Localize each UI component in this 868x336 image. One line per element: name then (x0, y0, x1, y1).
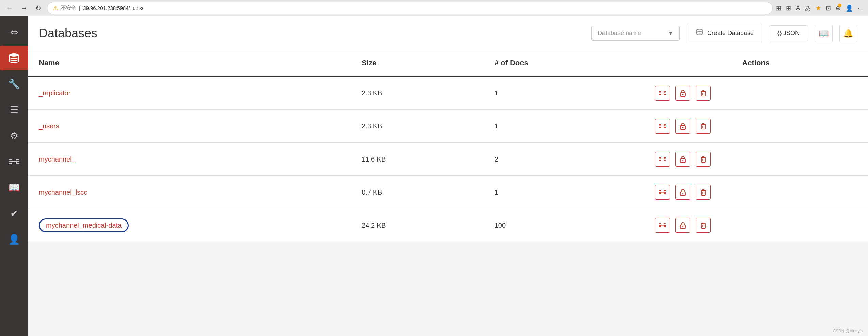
refresh-button[interactable]: ↻ (33, 3, 44, 14)
bookmark-star-icon[interactable]: ★ (816, 4, 821, 12)
svg-rect-56 (664, 193, 666, 194)
warning-icon: ⚠ (53, 4, 58, 12)
svg-rect-10 (659, 91, 661, 92)
svg-rect-63 (659, 225, 661, 226)
databases-table: Name Size # of Docs Actions _replicator2… (28, 50, 868, 242)
svg-rect-25 (659, 127, 661, 128)
watermark: CSDN @Viney's (833, 329, 863, 333)
svg-rect-36 (659, 157, 661, 158)
svg-rect-30 (664, 127, 666, 128)
svg-rect-11 (659, 93, 661, 94)
delete-button[interactable] (696, 152, 711, 167)
svg-rect-59 (701, 191, 705, 195)
svg-rect-50 (659, 192, 661, 193)
svg-rect-55 (664, 192, 666, 193)
db-docs-cell: 1 (484, 176, 644, 209)
sidebar-item-user[interactable]: 👤 (0, 227, 28, 251)
lock-button[interactable] (675, 119, 690, 134)
replicate-button[interactable] (655, 119, 670, 134)
delete-button[interactable] (696, 86, 711, 101)
db-name-link-circled[interactable]: mychannel_medical-data (39, 218, 129, 232)
lock-button[interactable] (675, 86, 690, 101)
svg-rect-54 (664, 190, 666, 191)
svg-rect-64 (659, 226, 661, 227)
svg-rect-7 (16, 161, 19, 162)
svg-point-32 (682, 127, 683, 128)
table-row: mychannel_lscc0.7 KB1 (28, 176, 868, 209)
database-icon (695, 28, 704, 39)
profile-icon[interactable]: 👤 (846, 4, 853, 12)
svg-rect-20 (701, 92, 705, 96)
db-docs-cell: 1 (484, 110, 644, 143)
svg-rect-3 (9, 163, 12, 164)
svg-rect-29 (664, 126, 666, 127)
translate-icon[interactable]: あ (805, 4, 811, 12)
table-row: mychannel_medical-data24.2 KB100 (28, 209, 868, 242)
col-name: Name (28, 50, 351, 76)
db-name-link[interactable]: _replicator (39, 89, 70, 97)
sidebar-item-replicator[interactable] (0, 149, 28, 174)
replicate-button[interactable] (655, 86, 670, 101)
delete-button[interactable] (696, 119, 711, 134)
sidebar-item-book[interactable]: 📖 (0, 175, 28, 200)
sidebar-item-gear[interactable]: ⚙ (0, 123, 28, 148)
svg-rect-46 (701, 158, 705, 162)
svg-rect-38 (659, 160, 661, 161)
apps-icon[interactable]: ⊞ (786, 4, 791, 12)
cast-icon[interactable]: ⊡ (826, 4, 831, 12)
svg-rect-28 (664, 124, 666, 125)
delete-button[interactable] (696, 185, 711, 200)
sidebar-item-list[interactable]: ☰ (0, 97, 28, 122)
replicate-button[interactable] (655, 185, 670, 200)
replicate-button[interactable] (655, 152, 670, 167)
db-docs-cell: 1 (484, 76, 644, 110)
delete-button[interactable] (696, 218, 711, 233)
sidebar-item-check[interactable]: ✔ (0, 201, 28, 226)
db-name-cell: _replicator (28, 76, 351, 110)
table-row: mychannel_11.6 KB2 (28, 143, 868, 176)
db-size-cell: 11.6 KB (351, 143, 483, 176)
db-name-link[interactable]: mychannel_lscc (39, 188, 87, 196)
table-row: _users2.3 KB1 (28, 110, 868, 143)
notifications-button[interactable]: 🔔 (839, 25, 857, 42)
svg-rect-72 (701, 224, 705, 228)
book-icon: 📖 (819, 29, 829, 38)
svg-rect-69 (664, 226, 666, 227)
lock-button[interactable] (675, 218, 690, 233)
dropdown-arrow-icon: ▼ (668, 30, 673, 36)
extensions-icon[interactable]: ⊕ (836, 4, 841, 12)
lock-button[interactable] (675, 152, 690, 167)
lock-button[interactable] (675, 185, 690, 200)
docs-button[interactable]: 📖 (815, 25, 833, 42)
svg-rect-37 (659, 159, 661, 160)
replicate-button[interactable] (655, 218, 670, 233)
back-button[interactable]: ← (4, 3, 15, 14)
db-actions-cell (644, 110, 868, 143)
db-name-dropdown[interactable]: Database name ▼ (591, 26, 680, 41)
create-database-button[interactable]: Create Database (687, 24, 762, 43)
svg-rect-41 (664, 157, 666, 158)
db-actions-cell (644, 176, 868, 209)
db-actions-cell (644, 76, 868, 110)
url-bar[interactable]: ⚠ 不安全 | 39.96.201.238:5984/_utils/ (47, 2, 773, 14)
table-header-row: Name Size # of Docs Actions (28, 50, 868, 76)
browser-toolbar: ← → ↻ ⚠ 不安全 | 39.96.201.238:5984/_utils/… (0, 0, 868, 16)
menu-icon[interactable]: ⋯ (858, 4, 864, 12)
svg-rect-16 (664, 93, 666, 94)
sidebar-item-arrows[interactable]: ⇔ (0, 20, 28, 44)
json-button[interactable]: {} JSON (769, 25, 808, 41)
font-size-icon[interactable]: A (796, 4, 800, 12)
grid-icon[interactable]: ⊞ (776, 4, 781, 12)
forward-button[interactable]: → (18, 3, 29, 14)
sidebar-item-wrench[interactable]: 🔧 (0, 72, 28, 96)
page-title: Databases (39, 26, 584, 41)
db-name-cell: _users (28, 110, 351, 143)
db-size-cell: 2.3 KB (351, 76, 483, 110)
db-name-link[interactable]: mychannel_ (39, 155, 76, 163)
svg-rect-67 (664, 223, 666, 224)
svg-rect-6 (16, 159, 19, 160)
sidebar-item-database[interactable] (0, 46, 28, 70)
svg-point-71 (682, 226, 683, 227)
db-name-link[interactable]: _users (39, 122, 59, 130)
svg-rect-1 (9, 159, 12, 160)
